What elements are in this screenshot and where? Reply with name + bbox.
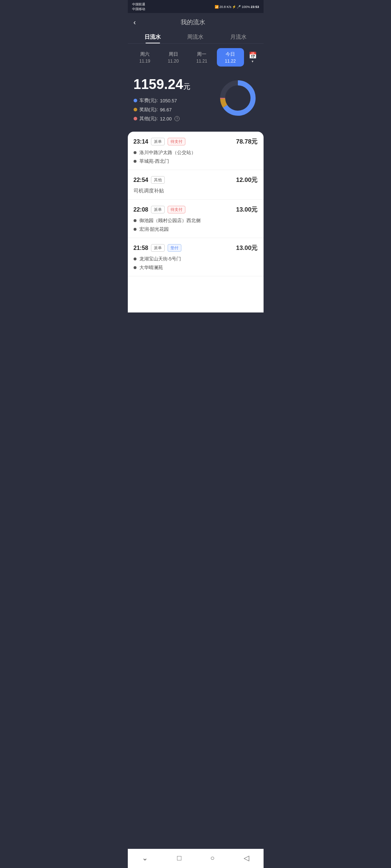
route-from: 御池园（顾村公园店）西北侧 [134,217,258,224]
dot-fare [134,99,137,102]
dot-other [134,117,137,120]
route-dot-to [134,160,136,163]
calendar-button[interactable]: 📅 ▾ [245,51,260,63]
tx-header: 22:54 其他 12.00元 [134,176,258,184]
summary-info: 1159.24元 车费(元): 1050.57 奖励(元): 96.67 其他(… [134,77,190,124]
legend-other: 其他(元): 12.00 ? [134,115,190,122]
tab-bar: 日流水 周流水 月流水 [128,30,264,44]
tag-pending: 待支付 [168,138,185,145]
tag-dispatch: 派单 [151,138,165,145]
tx-meta: 21:58 派单 垫付 [134,244,182,252]
tag-dispatch: 派单 [151,206,165,213]
chart-svg [218,78,258,118]
info-icon[interactable]: ? [175,116,180,121]
tag-pending: 待支付 [168,206,185,213]
legend-bonus: 奖励(元): 96.67 [134,106,190,113]
route-dot-from [134,219,136,222]
tx-time: 22:54 [134,177,148,183]
status-bar: 中国联通 中国移动 📶 20.8 K/s ⚡ 🎤 100% 23:53 [128,0,264,13]
tx-desc: 司机调度补贴 [134,188,258,194]
tab-monthly[interactable]: 月流水 [217,30,260,43]
tx-route: 御池园（顾村公园店）西北侧 宏润·韶光花园 [134,217,258,233]
tx-meta: 22:54 其他 [134,176,165,184]
transaction-item: 23:14 派单 待支付 78.78元 洛川中路沪太路（公交站） 莘城苑-西北门 [128,132,264,170]
tx-amount: 12.00元 [236,176,258,184]
route-from: 龙湖宝山天街-5号门 [134,256,258,262]
tab-weekly[interactable]: 周流水 [174,30,217,43]
total-amount: 1159.24元 [134,77,190,92]
tag-advance: 垫付 [168,244,181,252]
tag-other: 其他 [151,176,165,184]
route-dot-from [134,151,136,154]
tx-time: 23:14 [134,139,148,145]
route-to: 宏润·韶光花园 [134,226,258,233]
tx-time: 22:08 [134,207,148,213]
tx-meta: 23:14 派单 待支付 [134,138,186,145]
tx-route: 龙湖宝山天街-5号门 大华晴澜苑 [134,256,258,271]
carrier-info: 中国联通 中国移动 [132,2,145,12]
day-selector: 周六 11.19 周日 11.20 周一 11.21 今日 11.22 📅 ▾ [128,44,264,71]
transaction-item: 22:08 派单 待支付 13.00元 御池园（顾村公园店）西北侧 宏润·韶光花… [128,200,264,238]
day-today[interactable]: 今日 11.22 [217,48,244,67]
route-to: 莘城苑-西北门 [134,158,258,165]
dot-bonus [134,108,137,111]
tx-amount: 78.78元 [236,137,258,146]
tx-header: 22:08 派单 待支付 13.00元 [134,205,258,214]
tab-daily[interactable]: 日流水 [131,30,174,43]
transaction-item: 21:58 派单 垫付 13.00元 龙湖宝山天街-5号门 大华晴澜苑 [128,238,264,276]
legend-fare: 车费(元): 1050.57 [134,97,190,104]
tx-amount: 13.00元 [236,244,258,252]
summary-section: 1159.24元 车费(元): 1050.57 奖励(元): 96.67 其他(… [128,71,264,132]
transaction-item: 22:54 其他 12.00元 司机调度补贴 [128,170,264,200]
day-monday[interactable]: 周一 11.21 [188,48,215,67]
back-button[interactable]: ‹ [134,18,136,26]
tx-time: 21:58 [134,245,148,251]
day-saturday[interactable]: 周六 11.19 [131,48,159,67]
tx-header: 21:58 派单 垫付 13.00元 [134,244,258,252]
route-dot-to [134,266,136,269]
tx-header: 23:14 派单 待支付 78.78元 [134,137,258,146]
day-sunday[interactable]: 周日 11.20 [160,48,187,67]
network-icons: 📶 20.8 K/s ⚡ 🎤 100% 23:53 [215,5,259,9]
tx-meta: 22:08 派单 待支付 [134,206,186,213]
tag-dispatch: 派单 [151,244,165,252]
donut-chart [218,78,258,118]
route-dot-to [134,228,136,231]
header: ‹ 我的流水 [128,13,264,30]
tx-route: 洛川中路沪太路（公交站） 莘城苑-西北门 [134,149,258,165]
page-title: 我的流水 [139,18,247,26]
route-dot-from [134,258,136,260]
route-from: 洛川中路沪太路（公交站） [134,149,258,156]
tx-amount: 13.00元 [236,205,258,214]
transaction-list: 23:14 派单 待支付 78.78元 洛川中路沪太路（公交站） 莘城苑-西北门… [128,132,264,312]
route-to: 大华晴澜苑 [134,264,258,271]
